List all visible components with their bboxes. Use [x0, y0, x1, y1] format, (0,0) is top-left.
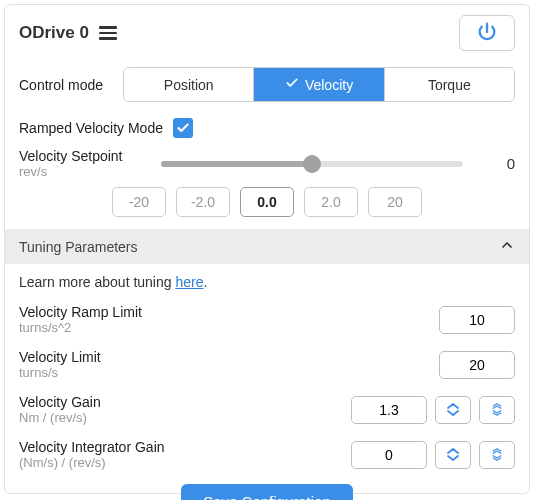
tuning-section-header[interactable]: Tuning Parameters	[5, 229, 529, 264]
tab-label: Velocity	[305, 77, 353, 93]
param-row-vel-int-gain: Velocity Integrator Gain (Nm/s) / (rev/s…	[5, 435, 529, 480]
ramped-label: Ramped Velocity Mode	[19, 120, 163, 136]
tab-label: Position	[164, 77, 214, 93]
power-icon	[476, 21, 498, 46]
ramped-checkbox[interactable]	[173, 118, 193, 138]
param-label: Velocity Integrator Gain	[19, 439, 343, 455]
vel-int-gain-step-small[interactable]	[435, 441, 471, 469]
tab-position[interactable]: Position	[124, 68, 254, 101]
param-label: Velocity Limit	[19, 349, 431, 365]
setpoint-value: 0	[475, 155, 515, 172]
vel-gain-input[interactable]	[351, 396, 427, 424]
learn-suffix: .	[203, 274, 207, 290]
param-row-ramp-limit: Velocity Ramp Limit turns/s^2	[5, 300, 529, 345]
tab-label: Torque	[428, 77, 471, 93]
tab-velocity[interactable]: Velocity	[254, 68, 384, 101]
save-configuration-button[interactable]: Save Configuration	[181, 484, 353, 500]
preset-row: -20 -2.0 0.0 2.0 20	[5, 179, 529, 229]
menu-icon[interactable]	[99, 25, 117, 41]
param-row-vel-gain: Velocity Gain Nm / (rev/s)	[5, 390, 529, 435]
vel-gain-step-small[interactable]	[435, 396, 471, 424]
power-button[interactable]	[459, 15, 515, 51]
preset-btn-zero[interactable]: 0.0	[240, 187, 294, 217]
param-unit: turns/s	[19, 365, 431, 380]
learn-prefix: Learn more about tuning	[19, 274, 175, 290]
param-unit: turns/s^2	[19, 320, 431, 335]
panel-title: ODrive 0	[19, 23, 89, 43]
preset-btn-pos2[interactable]: 2.0	[304, 187, 358, 217]
param-unit: (Nm/s) / (rev/s)	[19, 455, 343, 470]
vel-limit-input[interactable]	[439, 351, 515, 379]
vel-int-gain-input[interactable]	[351, 441, 427, 469]
tab-torque[interactable]: Torque	[385, 68, 514, 101]
vel-gain-step-large[interactable]	[479, 396, 515, 424]
ramp-limit-input[interactable]	[439, 306, 515, 334]
vel-int-gain-step-large[interactable]	[479, 441, 515, 469]
control-mode-tabs: Position Velocity Torque	[123, 67, 515, 102]
param-label: Velocity Gain	[19, 394, 343, 410]
tuning-section-title: Tuning Parameters	[19, 239, 138, 255]
setpoint-slider[interactable]	[161, 154, 463, 174]
setpoint-unit: rev/s	[19, 164, 149, 179]
learn-more-text: Learn more about tuning here.	[5, 264, 529, 300]
preset-btn-pos20[interactable]: 20	[368, 187, 422, 217]
control-mode-label: Control mode	[19, 77, 103, 93]
learn-more-link[interactable]: here	[175, 274, 203, 290]
chevron-up-icon	[499, 237, 515, 256]
param-unit: Nm / (rev/s)	[19, 410, 343, 425]
param-label: Velocity Ramp Limit	[19, 304, 431, 320]
slider-thumb[interactable]	[303, 155, 321, 173]
check-icon	[285, 76, 299, 93]
preset-btn-neg20[interactable]: -20	[112, 187, 166, 217]
setpoint-label: Velocity Setpoint	[19, 148, 149, 164]
param-row-vel-limit: Velocity Limit turns/s	[5, 345, 529, 390]
preset-btn-neg2[interactable]: -2.0	[176, 187, 230, 217]
